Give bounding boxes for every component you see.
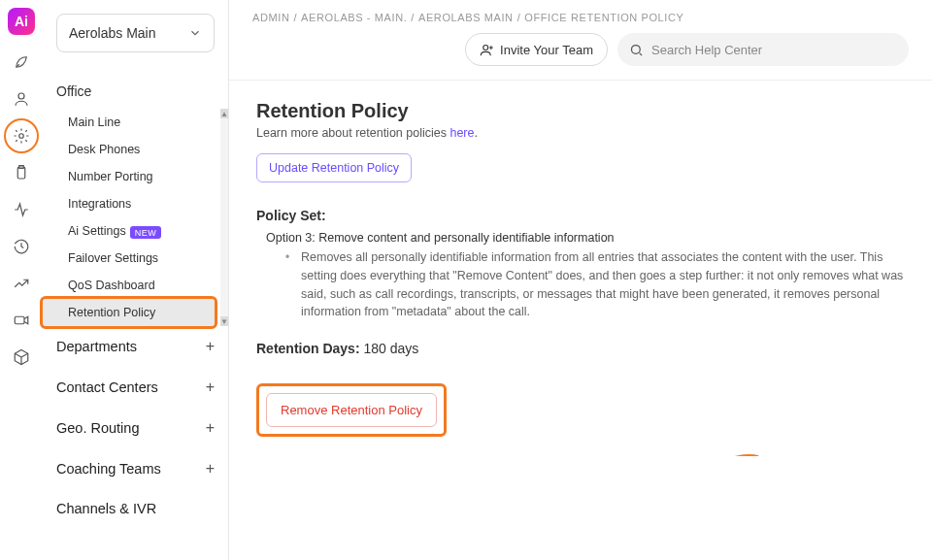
policy-set-heading: Policy Set: <box>256 208 905 223</box>
scroll-up-icon[interactable]: ▲ <box>220 109 228 118</box>
breadcrumb-segment[interactable]: AEROLABS MAIN <box>418 12 514 23</box>
history-icon[interactable] <box>4 229 39 264</box>
retention-days-value: 180 days <box>363 341 418 356</box>
invite-team-button[interactable]: Invite Your Team <box>465 33 608 66</box>
policy-option-description: Removes all personally identifiable info… <box>301 248 905 321</box>
chevron-down-icon <box>188 26 202 40</box>
app-logo[interactable]: Ai <box>8 8 35 35</box>
remove-policy-highlight: Remove Retention Policy <box>256 383 447 437</box>
help-search[interactable] <box>617 33 909 66</box>
page-content: Retention Policy Learn more about retent… <box>229 81 932 456</box>
breadcrumb: ADMIN/AEROLABS - MAIN./AEROLABS MAIN/OFF… <box>252 12 909 23</box>
sidebar-item-label: Number Porting <box>68 170 153 183</box>
sidebar-cat-label: Coaching Teams <box>56 461 161 477</box>
scroll-down-icon[interactable]: ▼ <box>220 316 228 326</box>
sidebar: Aerolabs Main Office ▲ Main Line Desk Ph… <box>43 0 229 560</box>
svg-point-0 <box>18 93 24 99</box>
scrollbar-track[interactable] <box>220 109 228 326</box>
add-user-icon <box>480 43 494 57</box>
trend-icon[interactable] <box>4 266 39 301</box>
plus-icon: + <box>206 419 215 437</box>
clipboard-icon[interactable] <box>4 155 39 190</box>
sidebar-cat-label: Geo. Routing <box>56 420 139 436</box>
org-selector-label: Aerolabs Main <box>69 25 156 41</box>
cube-icon[interactable] <box>4 340 39 375</box>
sidebar-cat-geo-routing[interactable]: Geo. Routing+ <box>43 408 228 448</box>
nav-rail: Ai <box>0 0 43 560</box>
page-title: Retention Policy <box>256 100 905 122</box>
sidebar-item-failover-settings[interactable]: Failover Settings <box>43 245 215 272</box>
sidebar-cat-label: Contact Centers <box>56 379 158 395</box>
user-icon[interactable] <box>4 82 39 116</box>
sidebar-cat-contact-centers[interactable]: Contact Centers+ <box>43 367 228 408</box>
sidebar-item-label: Retention Policy <box>68 306 155 319</box>
new-badge: NEW <box>130 226 162 239</box>
retention-days: Retention Days: 180 days <box>256 341 905 356</box>
svg-rect-3 <box>15 316 24 324</box>
gear-icon[interactable] <box>4 118 39 153</box>
activity-icon[interactable] <box>4 192 39 227</box>
sidebar-item-number-porting[interactable]: Number Porting <box>43 163 215 190</box>
plus-icon: + <box>206 379 215 396</box>
learn-more-link[interactable]: here <box>449 126 474 140</box>
remove-retention-policy-button[interactable]: Remove Retention Policy <box>266 393 437 427</box>
plus-icon: + <box>206 460 215 478</box>
sidebar-cat-label: Departments <box>56 339 137 354</box>
breadcrumb-segment[interactable]: ADMIN <box>252 12 289 23</box>
policy-option-title: Option 3: Remove content and personally … <box>266 231 905 245</box>
sidebar-item-integrations[interactable]: Integrations <box>43 190 215 217</box>
sidebar-item-label: Main Line <box>68 115 120 129</box>
main-panel: ADMIN/AEROLABS - MAIN./AEROLABS MAIN/OFF… <box>229 0 932 560</box>
plus-icon: + <box>206 338 215 355</box>
help-search-input[interactable] <box>651 43 897 57</box>
sidebar-item-label: Ai Settings <box>68 224 126 238</box>
svg-point-4 <box>483 45 488 49</box>
sidebar-cat-departments[interactable]: Departments+ <box>43 326 228 367</box>
sidebar-item-qos-dashboard[interactable]: QoS Dashboard <box>43 272 215 299</box>
sidebar-cat-label: Channels & IVR <box>56 501 156 516</box>
sidebar-item-desk-phones[interactable]: Desk Phones <box>43 136 215 163</box>
sidebar-section-office: Office <box>43 60 228 109</box>
topbar: ADMIN/AEROLABS - MAIN./AEROLABS MAIN/OFF… <box>229 0 932 81</box>
sidebar-item-label: Integrations <box>68 197 131 211</box>
sidebar-cat-channels-ivr[interactable]: Channels & IVR <box>43 489 228 528</box>
camera-icon[interactable] <box>4 303 39 338</box>
rocket-icon[interactable] <box>4 45 39 80</box>
sidebar-tree: ▲ Main Line Desk Phones Number Porting I… <box>43 109 228 326</box>
invite-team-label: Invite Your Team <box>500 43 593 57</box>
page-subtext: Learn more about retention policies here… <box>256 126 905 140</box>
sidebar-item-retention-policy[interactable]: Retention Policy <box>43 299 215 326</box>
svg-point-5 <box>632 45 641 53</box>
annotation-arrow-icon <box>685 449 763 456</box>
svg-point-1 <box>19 134 24 139</box>
sidebar-item-label: QoS Dashboard <box>68 279 155 292</box>
sidebar-item-label: Desk Phones <box>68 143 140 156</box>
org-selector[interactable]: Aerolabs Main <box>56 14 215 52</box>
update-retention-policy-button[interactable]: Update Retention Policy <box>256 153 412 182</box>
search-icon <box>629 43 644 57</box>
sidebar-cat-coaching-teams[interactable]: Coaching Teams+ <box>43 448 228 489</box>
sidebar-item-main-line[interactable]: Main Line <box>43 109 215 136</box>
sidebar-item-label: Failover Settings <box>68 251 158 265</box>
retention-days-label: Retention Days: <box>256 341 360 356</box>
breadcrumb-segment[interactable]: AEROLABS - MAIN. <box>301 12 407 23</box>
breadcrumb-segment: OFFICE RETENTION POLICY <box>524 12 683 23</box>
sidebar-item-ai-settings[interactable]: Ai SettingsNEW <box>43 217 215 245</box>
